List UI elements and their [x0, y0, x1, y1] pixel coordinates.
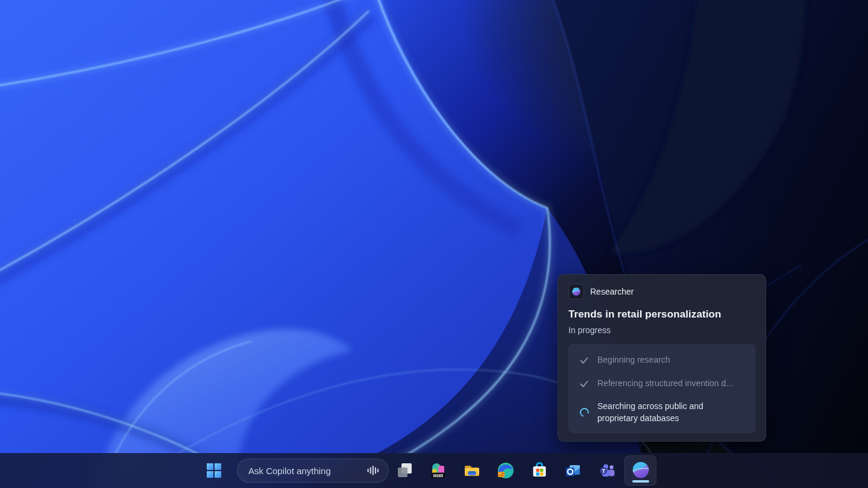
- m365-badge-text: M365: [433, 474, 444, 478]
- step-row: Searching across public and proprietary …: [577, 400, 746, 424]
- active-app-indicator: [632, 480, 649, 483]
- windows-start-icon: [207, 463, 221, 478]
- microsoft-store-button[interactable]: [526, 457, 553, 484]
- toast-app-name: Researcher: [590, 287, 634, 296]
- outlook-icon: [564, 461, 582, 480]
- researcher-icon: [631, 460, 650, 480]
- teams-icon: T: [598, 461, 616, 480]
- task-view-icon: [395, 461, 414, 480]
- teams-button[interactable]: T: [594, 457, 620, 484]
- toast-header: Researcher: [568, 284, 755, 299]
- file-explorer-button[interactable]: [459, 457, 485, 484]
- task-view-button[interactable]: [391, 457, 418, 484]
- microsoft-store-icon: [530, 461, 549, 480]
- voice-waveform-icon[interactable]: [366, 464, 380, 477]
- toast-status: In progress: [568, 325, 755, 335]
- taskbar: Ask Copilot anything: [0, 453, 868, 488]
- researcher-notification-card[interactable]: Researcher Trends in retail personalizat…: [558, 274, 766, 442]
- check-icon: [577, 353, 591, 366]
- step-label: Searching across public and proprietary …: [597, 400, 721, 424]
- edge-browser-button[interactable]: [492, 457, 519, 484]
- step-row: Referencing structured invention d...: [577, 377, 746, 390]
- check-icon: [577, 377, 591, 390]
- spinner-icon: [577, 405, 591, 419]
- microsoft-365-icon: M365: [429, 461, 447, 480]
- svg-text:T: T: [602, 468, 606, 474]
- step-label: Referencing structured invention d...: [597, 377, 733, 389]
- search-placeholder: Ask Copilot anything: [248, 466, 366, 476]
- desktop: Researcher Trends in retail personalizat…: [0, 0, 868, 488]
- edge-browser-icon: [497, 461, 515, 480]
- file-explorer-icon: [463, 461, 481, 480]
- step-label: Beginning research: [597, 354, 670, 366]
- start-button[interactable]: [201, 457, 227, 484]
- step-row: Beginning research: [577, 353, 746, 366]
- researcher-app-button[interactable]: [624, 455, 656, 486]
- outlook-button[interactable]: [560, 457, 587, 484]
- copilot-search-box[interactable]: Ask Copilot anything: [237, 458, 389, 483]
- toast-title: Trends in retail personalization: [568, 308, 755, 321]
- microsoft-365-button[interactable]: M365: [425, 457, 451, 484]
- researcher-logo-icon: [568, 284, 584, 299]
- research-steps-panel: Beginning research Referencing structure…: [568, 344, 755, 433]
